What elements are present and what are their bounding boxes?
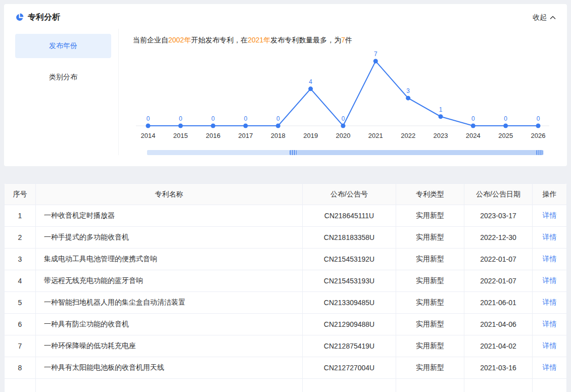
chart-value-label: 0 bbox=[276, 115, 280, 122]
cell-publication-date: 2021-04-06 bbox=[464, 314, 533, 335]
chart-point[interactable] bbox=[471, 124, 475, 128]
cell-action bbox=[533, 379, 567, 392]
chart-value-label: 7 bbox=[374, 51, 377, 58]
cell-action: 详情 bbox=[533, 249, 567, 270]
chevron-up-icon bbox=[550, 16, 556, 20]
x-axis-label: 2024 bbox=[466, 132, 481, 139]
chart-point[interactable] bbox=[439, 114, 443, 119]
chart-point[interactable] bbox=[536, 124, 541, 128]
x-axis-label: 2014 bbox=[141, 132, 156, 139]
side-tabs: 发布年份 类别分布 bbox=[15, 29, 119, 155]
slider-handle-left[interactable] bbox=[290, 150, 297, 155]
tab-label: 类别分布 bbox=[49, 73, 77, 82]
table-row: 2 一种手提式的多功能收音机 CN218183358U 实用新型 2022-12… bbox=[5, 227, 567, 249]
chart-value-label: 0 bbox=[244, 115, 248, 122]
cell-patent-type: 实用新型 bbox=[396, 292, 464, 314]
chart-value-label: 0 bbox=[147, 115, 150, 122]
slider-handle-right[interactable] bbox=[536, 150, 543, 155]
chart-value-label: 0 bbox=[471, 115, 475, 122]
chart-value-label: 1 bbox=[439, 106, 443, 113]
cell-index: 6 bbox=[5, 314, 36, 335]
panel-body: 发布年份 类别分布 当前企业自2002年开始发布专利，在2021年发布专利数量最… bbox=[4, 29, 567, 155]
cell-patent-name: 集成电动工具电池管理的便携式音响 bbox=[36, 249, 303, 270]
cell-action: 详情 bbox=[533, 292, 567, 314]
detail-link[interactable]: 详情 bbox=[543, 363, 557, 371]
chart-point[interactable] bbox=[341, 124, 346, 128]
chart-point[interactable] bbox=[276, 124, 280, 128]
cell-publication-date: 2022-12-30 bbox=[464, 227, 533, 249]
cell-publication-date: 2021-06-01 bbox=[464, 292, 533, 314]
detail-link[interactable]: 详情 bbox=[543, 298, 557, 306]
pie-chart-icon bbox=[15, 13, 24, 22]
chart-value-label: 0 bbox=[537, 115, 540, 122]
detail-link[interactable]: 详情 bbox=[543, 233, 557, 241]
cell-patent-name: 一种智能扫地机器人用的集尘盒自动清洁装置 bbox=[36, 292, 303, 314]
tab-category-distribution[interactable]: 类别分布 bbox=[15, 65, 111, 89]
chart-point[interactable] bbox=[308, 86, 313, 91]
cell-publication-number: CN215453192U bbox=[303, 249, 396, 270]
detail-link[interactable]: 详情 bbox=[543, 276, 557, 284]
table-row: 3 集成电动工具电池管理的便携式音响 CN215453192U 实用新型 202… bbox=[5, 249, 567, 270]
cell-action: 详情 bbox=[533, 270, 567, 292]
cell-publication-number: CN212909488U bbox=[303, 314, 396, 335]
cell-publication-date: 2023-03-17 bbox=[464, 205, 533, 227]
cell-index: 2 bbox=[5, 227, 36, 249]
panel-header: 专利分析 收起 bbox=[4, 4, 567, 29]
chart-point[interactable] bbox=[406, 96, 410, 101]
chart-point[interactable] bbox=[373, 59, 378, 64]
detail-link[interactable]: 详情 bbox=[543, 255, 557, 263]
cell-patent-type: 实用新型 bbox=[396, 249, 464, 270]
cell-patent-type: 实用新型 bbox=[396, 314, 464, 335]
panel-title: 专利分析 bbox=[28, 12, 60, 23]
chart-point[interactable] bbox=[178, 124, 183, 128]
chart-range-slider[interactable] bbox=[147, 150, 542, 155]
chart-point[interactable] bbox=[211, 124, 215, 128]
detail-link[interactable]: 详情 bbox=[543, 211, 557, 219]
x-axis-label: 2016 bbox=[206, 132, 220, 139]
x-axis-label: 2018 bbox=[271, 132, 286, 139]
cell-publication-date: 2021-03-16 bbox=[464, 357, 533, 379]
detail-link[interactable]: 详情 bbox=[543, 320, 557, 328]
cell-index: 7 bbox=[5, 335, 36, 357]
col-header-action: 操作 bbox=[533, 184, 567, 205]
table-row: 8 一种具有太阳能电池板的收音机用天线 CN212727004U 实用新型 20… bbox=[5, 357, 567, 379]
chart-point[interactable] bbox=[146, 124, 151, 128]
col-header-publication-date: 公布/公告日期 bbox=[464, 184, 533, 205]
cell-action: 详情 bbox=[533, 357, 567, 379]
cell-action: 详情 bbox=[533, 227, 567, 249]
cell-publication-date: 2021-04-02 bbox=[464, 335, 533, 357]
cell-patent-type bbox=[396, 379, 464, 392]
chart-value-label: 0 bbox=[211, 115, 215, 122]
slider-selected-range[interactable] bbox=[293, 150, 542, 155]
cell-index: 1 bbox=[5, 205, 36, 227]
patent-line-chart[interactable]: 0201402015020160201702018420190202072021… bbox=[132, 46, 553, 146]
x-axis-label: 2015 bbox=[173, 132, 188, 139]
chart-point[interactable] bbox=[244, 124, 248, 128]
col-header-index: 序号 bbox=[5, 184, 36, 205]
tab-label: 发布年份 bbox=[49, 41, 77, 51]
tab-publish-year[interactable]: 发布年份 bbox=[15, 34, 111, 58]
patent-analysis-panel: 专利分析 收起 发布年份 类别分布 当前企业自2002年开始发布专利，在2021… bbox=[4, 4, 567, 166]
panel-title-wrap: 专利分析 bbox=[15, 12, 60, 23]
cell-patent-type: 实用新型 bbox=[396, 357, 464, 379]
collapse-label: 收起 bbox=[533, 13, 547, 22]
cell-patent-name: 带远程无线充电功能的蓝牙音响 bbox=[36, 270, 303, 292]
chart-point[interactable] bbox=[503, 124, 508, 128]
cell-patent-type: 实用新型 bbox=[396, 270, 464, 292]
patent-table-body: 1 一种收音机定时播放器 CN218645111U 实用新型 2023-03-1… bbox=[5, 205, 567, 392]
chart-value-label: 0 bbox=[504, 115, 507, 122]
collapse-button[interactable]: 收起 bbox=[533, 13, 556, 22]
patent-table-card: 序号 专利名称 公布/公告号 专利类型 公布/公告日期 操作 1 一种收音机定时… bbox=[4, 183, 567, 392]
cell-publication-date: 2022-01-07 bbox=[464, 249, 533, 270]
cell-publication-number: CN218645111U bbox=[303, 205, 396, 227]
chart-column: 当前企业自2002年开始发布专利，在2021年发布专利数量最多，为7件 0201… bbox=[119, 29, 556, 155]
col-header-publication-number: 公布/公告号 bbox=[303, 184, 396, 205]
chart-value-label: 4 bbox=[309, 78, 312, 85]
table-row-partial bbox=[5, 379, 567, 392]
x-axis-label: 2022 bbox=[401, 132, 415, 139]
cell-action: 详情 bbox=[533, 314, 567, 335]
cell-patent-type: 实用新型 bbox=[396, 335, 464, 357]
cell-publication-date bbox=[464, 379, 533, 392]
cell-publication-date: 2022-01-07 bbox=[464, 270, 533, 292]
detail-link[interactable]: 详情 bbox=[543, 341, 557, 350]
